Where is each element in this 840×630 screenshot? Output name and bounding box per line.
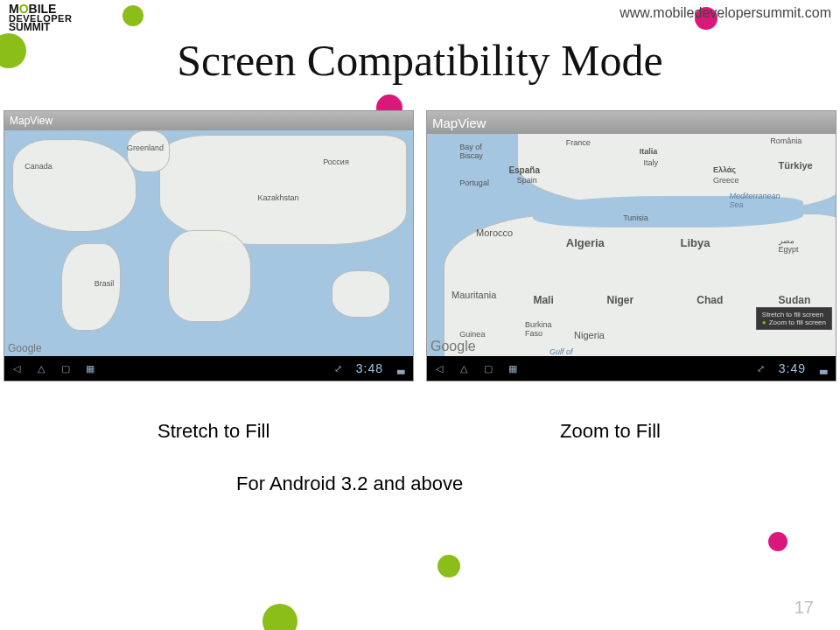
map-label: Italy [644, 158, 659, 167]
home-icon[interactable]: △ [34, 362, 48, 374]
map-europe-africa: France Bay of Biscay España Spain Portug… [427, 134, 836, 356]
map-label: Bay of Biscay [459, 143, 483, 160]
android-navbar-left: ◁ △ ▢ ▦ ⤢ 3:48 ▃ [4, 356, 413, 381]
map-label: Portugal [459, 178, 489, 187]
event-url: www.mobiledevelopersummit.com [620, 5, 831, 21]
event-logo: MOBILE DEVELOPER SUMMIT [9, 4, 72, 32]
compat-mode-popup[interactable]: Stretch to fill screen ●Zoom to fill scr… [756, 307, 832, 330]
android-navbar-right: ◁ △ ▢ ▦ ⤢ 3:49 ▃ [427, 356, 836, 381]
map-label: Türkiye [779, 160, 813, 171]
back-icon[interactable]: ◁ [10, 362, 24, 374]
map-label: Tunisia [623, 214, 648, 222]
app-header-left: MapView [4, 111, 413, 130]
caption-right: Zoom to Fill [560, 420, 661, 443]
map-label: Niger [606, 294, 634, 306]
map-label: Burkina Faso [525, 320, 552, 338]
home-icon[interactable]: △ [457, 362, 471, 374]
compat-icon[interactable]: ⤢ [332, 362, 346, 374]
wifi-icon: ▃ [816, 362, 830, 374]
map-label: Mediterranean Sea [730, 192, 780, 209]
map-label: مصر Egypt [779, 236, 799, 254]
map-label: Chad [696, 294, 723, 306]
map-label: Algeria [566, 236, 605, 249]
screenshot-stretch: MapView Canada Greenland Россия Kazakhst… [4, 110, 414, 382]
map-label: Sudan [779, 294, 811, 306]
apps-icon[interactable]: ▦ [83, 362, 97, 374]
subtitle: For Android 3.2 and above [236, 472, 463, 495]
wifi-icon: ▃ [394, 362, 408, 374]
map-label: Canada [24, 162, 52, 171]
map-label: Kazakhstan [258, 193, 299, 202]
clock: 3:49 [779, 361, 806, 375]
map-label: Greece [713, 176, 739, 185]
screenshot-zoom: MapView France Bay of Biscay España Spai… [426, 110, 836, 382]
map-label: España [508, 165, 540, 175]
popup-option-zoom[interactable]: ●Zoom to fill screen [762, 318, 826, 326]
app-header-right: MapView [427, 111, 836, 134]
clock: 3:48 [356, 361, 383, 375]
map-label: Guinea [459, 330, 485, 339]
recent-icon[interactable]: ▢ [59, 362, 73, 374]
google-watermark: Google [430, 339, 476, 354]
popup-option-stretch[interactable]: Stretch to fill screen [762, 311, 826, 318]
map-label: Brasil [94, 279, 115, 288]
map-label: Россия [323, 158, 349, 166]
map-label: Greenland [127, 144, 164, 152]
page-number: 17 [794, 598, 814, 618]
map-label: Mauritania [452, 290, 496, 300]
compat-icon[interactable]: ⤢ [754, 362, 768, 374]
map-label: Morocco [476, 228, 513, 238]
recent-icon[interactable]: ▢ [481, 362, 495, 374]
map-label: France [566, 138, 591, 147]
apps-icon[interactable]: ▦ [506, 362, 520, 374]
map-label: România [770, 136, 802, 145]
map-label: Italia [640, 147, 658, 156]
caption-left: Stretch to Fill [158, 420, 270, 443]
back-icon[interactable]: ◁ [432, 362, 446, 374]
slide-title: Screen Compatibility Mode [0, 35, 840, 86]
map-label: Libya [681, 236, 710, 249]
map-label: Spain [517, 176, 537, 185]
map-label: Gulf of [550, 347, 573, 356]
google-watermark: Google [8, 342, 42, 354]
map-label: Mali [533, 294, 553, 306]
map-label: Nigeria [574, 330, 605, 340]
map-world: Canada Greenland Россия Kazakhstan Brasi… [4, 130, 413, 356]
map-label: Ελλάς [713, 165, 736, 174]
